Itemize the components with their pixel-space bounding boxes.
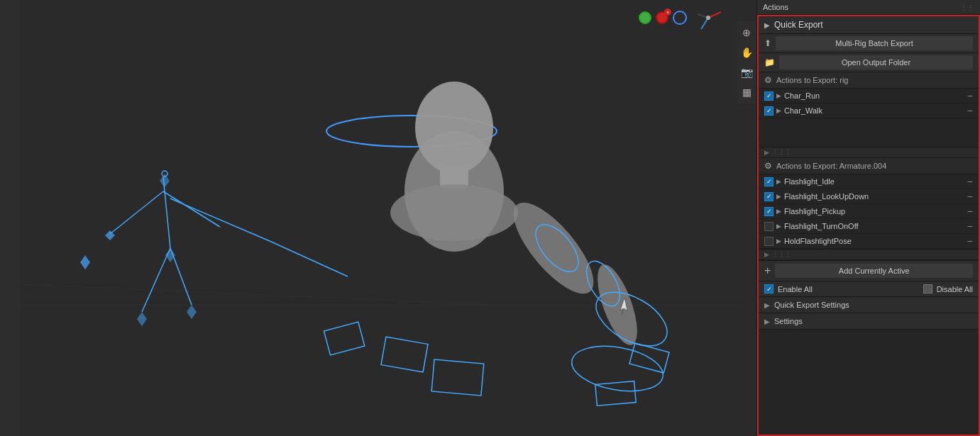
right-panel: Actions ⋮⋮ ▶ Quick Export ⬆ Multi-Rig Ba… xyxy=(756,0,980,436)
arrow-icon-char-run: ▶ xyxy=(776,92,781,99)
action-item-char-run[interactable]: ✓ ▶ Char_Run − xyxy=(759,89,979,104)
flashlight-lookupdown-name: Flashlight_LookUpDown xyxy=(784,192,964,201)
checkbox-flashlight-lookupdown[interactable]: ✓ xyxy=(764,192,773,201)
add-icon[interactable]: + xyxy=(764,264,771,277)
mini-dots-armature: ⋮⋮⋮ xyxy=(772,251,791,258)
panel-dots: ⋮⋮ xyxy=(960,4,974,11)
arrow-icon-flashlight-turnonoff: ▶ xyxy=(776,223,781,230)
add-currently-active-row[interactable]: + Add Currently Active xyxy=(759,260,979,281)
left-toolbar xyxy=(0,0,20,436)
checkbox-holdflashlightpose[interactable] xyxy=(764,237,773,246)
svg-line-11 xyxy=(163,191,220,227)
svg-line-5 xyxy=(0,284,497,305)
enable-check-icon: ✓ xyxy=(766,286,772,293)
grab-icon[interactable]: ✋ xyxy=(738,44,755,61)
actions-to-export-armature-header: ⚙ Actions to Export: Armature.004 xyxy=(759,158,979,174)
mini-arrow-armature: ▶ xyxy=(764,251,769,258)
svg-line-10 xyxy=(110,191,163,234)
svg-marker-15 xyxy=(160,174,170,188)
remove-flashlight-turnonoff-button[interactable]: − xyxy=(967,220,973,232)
checkbox-flashlight-pickup[interactable]: ✓ xyxy=(764,207,773,216)
settings-label: Settings xyxy=(774,317,803,325)
enable-all-checkbox[interactable]: ✓ xyxy=(764,284,773,294)
arrow-icon-holdflashlightpose: ▶ xyxy=(776,237,781,245)
remove-flashlight-lookupdown-button[interactable]: − xyxy=(967,191,973,202)
svg-rect-21 xyxy=(324,322,364,355)
settings-row[interactable]: ▶ Settings xyxy=(759,313,979,330)
quick-export-row[interactable]: ▶ Quick Export xyxy=(759,16,979,34)
check-icon-flashlight-pickup: ✓ xyxy=(766,208,772,215)
checkbox-char-walk[interactable]: ✓ xyxy=(764,106,773,116)
remove-flashlight-pickup-button[interactable]: − xyxy=(967,206,973,217)
action-item-flashlight-turnonoff[interactable]: ▶ Flashlight_TurnOnOff − xyxy=(759,219,979,234)
rig-mini-toolbar: ▶ ⋮⋮⋮ xyxy=(759,147,979,158)
scene-svg xyxy=(0,0,756,436)
svg-rect-22 xyxy=(381,337,428,372)
upload-icon: ⬆ xyxy=(764,38,771,48)
multi-rig-batch-export-row[interactable]: ⬆ Multi-Rig Batch Export xyxy=(759,34,979,53)
svg-marker-16 xyxy=(165,248,175,262)
multi-rig-batch-export-button[interactable]: Multi-Rig Batch Export xyxy=(776,36,973,50)
enable-disable-row[interactable]: ✓ Enable All Disable All xyxy=(759,281,979,297)
grid-view-icon[interactable]: ▦ xyxy=(738,84,755,101)
add-object-icon[interactable]: ⊕ xyxy=(738,24,755,41)
actions-panel-header: Actions ⋮⋮ xyxy=(757,0,980,15)
add-currently-active-button[interactable]: Add Currently Active xyxy=(775,264,973,278)
chevron-quick-export-settings: ▶ xyxy=(764,301,770,309)
action-item-char-walk[interactable]: ✓ ▶ Char_Walk − xyxy=(759,104,979,118)
svg-marker-13 xyxy=(105,230,115,240)
flashlight-idle-name: Flashlight_Idle xyxy=(784,177,964,186)
disable-all-checkbox[interactable] xyxy=(923,284,932,294)
armature-label: Actions to Export: Armature.004 xyxy=(776,162,886,170)
actions-to-export-rig-header: ⚙ Actions to Export: rig xyxy=(759,72,979,89)
remove-char-walk-button[interactable]: − xyxy=(967,105,973,116)
svg-point-33 xyxy=(568,340,666,398)
remove-holdflashlightpose-button[interactable]: − xyxy=(967,235,973,247)
open-output-folder-row[interactable]: 📁 Open Output Folder xyxy=(759,53,979,72)
action-item-flashlight-lookupdown[interactable]: ✓ ▶ Flashlight_LookUpDown − xyxy=(759,189,979,204)
flashlight-pickup-name: Flashlight_Pickup xyxy=(784,207,964,216)
svg-line-8 xyxy=(142,248,170,312)
folder-icon: 📁 xyxy=(764,57,775,67)
rig-label: Actions to Export: rig xyxy=(776,76,849,84)
arrow-icon-flashlight-idle: ▶ xyxy=(776,178,781,185)
enable-all-label: Enable All xyxy=(778,285,813,294)
play-icon: ▶ xyxy=(764,21,770,29)
arrow-icon-flashlight-pickup: ▶ xyxy=(776,208,781,215)
remove-flashlight-idle-button[interactable]: − xyxy=(967,176,973,187)
flashlight-turnonoff-name: Flashlight_TurnOnOff xyxy=(784,222,964,230)
svg-point-27 xyxy=(390,184,518,241)
rig-icon: ⚙ xyxy=(764,75,772,85)
quick-export-settings-label: Quick Export Settings xyxy=(774,301,849,309)
action-item-flashlight-pickup[interactable]: ✓ ▶ Flashlight_Pickup − xyxy=(759,204,979,219)
camera-view-icon[interactable]: 📷 xyxy=(738,64,755,81)
svg-marker-18 xyxy=(187,305,197,319)
viewport-right-toolbar[interactable]: ⊕ ✋ 📷 ▦ xyxy=(737,21,756,104)
checkbox-char-run[interactable]: ✓ xyxy=(764,91,773,101)
remove-char-run-button[interactable]: − xyxy=(967,90,973,101)
check-icon-char-walk: ✓ xyxy=(766,107,772,114)
checkbox-flashlight-idle[interactable]: ✓ xyxy=(764,177,773,186)
checkbox-flashlight-turnonoff[interactable] xyxy=(764,222,773,231)
svg-point-25 xyxy=(415,82,493,174)
viewport-3d[interactable]: × ⊕ ✋ 📷 ▦ xyxy=(0,0,756,436)
action-item-flashlight-idle[interactable]: ✓ ▶ Flashlight_Idle − xyxy=(759,174,979,189)
arrow-icon-flashlight-lookupdown: ▶ xyxy=(776,193,781,200)
char-run-name: Char_Run xyxy=(784,91,964,100)
svg-line-20 xyxy=(270,241,348,276)
check-icon-flashlight-lookupdown: ✓ xyxy=(766,193,772,200)
actions-title: Actions xyxy=(763,3,788,11)
armature-mini-toolbar: ▶ ⋮⋮⋮ xyxy=(759,249,979,260)
mini-arrow-rig: ▶ xyxy=(764,149,769,156)
quick-export-settings-row[interactable]: ▶ Quick Export Settings xyxy=(759,297,979,313)
rig-spacer xyxy=(759,118,979,147)
holdflashlightpose-name: HoldFlashlightPose xyxy=(784,237,964,245)
svg-marker-17 xyxy=(137,312,147,326)
check-icon-char-run: ✓ xyxy=(766,92,772,99)
mini-dots-rig: ⋮⋮⋮ xyxy=(772,149,791,156)
quick-export-label: Quick Export xyxy=(774,20,823,30)
open-output-folder-button[interactable]: Open Output Folder xyxy=(779,55,973,69)
disable-all-label: Disable All xyxy=(937,285,973,294)
char-walk-name: Char_Walk xyxy=(784,106,964,115)
action-item-holdflashlightpose[interactable]: ▶ HoldFlashlightPose − xyxy=(759,234,979,249)
